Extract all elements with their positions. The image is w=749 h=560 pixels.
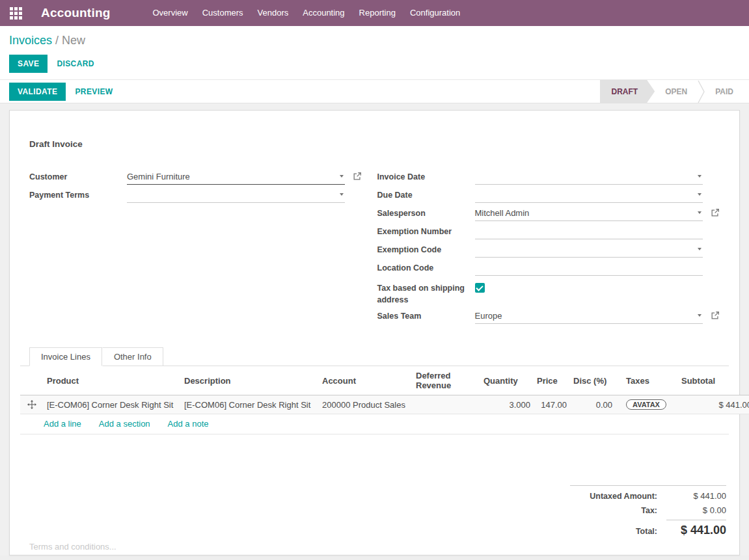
menu-accounting[interactable]: Accounting: [295, 0, 351, 26]
table-header-row: Product Description Account Deferred Rev…: [20, 366, 749, 395]
cell-description[interactable]: [E-COM06] Corner Desk Right Sit: [181, 395, 319, 414]
add-a-line-link[interactable]: Add a line: [44, 419, 81, 429]
col-quantity: Quantity: [480, 366, 534, 395]
chevron-down-icon[interactable]: [698, 211, 701, 214]
chevron-down-icon[interactable]: [698, 175, 701, 178]
validate-button[interactable]: VALIDATE: [9, 83, 66, 101]
col-deferred-revenue: Deferred Revenue: [413, 366, 480, 395]
col-price: Price: [534, 366, 570, 395]
breadcrumb-invoices-link[interactable]: Invoices: [9, 34, 52, 47]
page-content: Draft Invoice Customer Gemini Furniture …: [0, 103, 749, 555]
save-button[interactable]: SAVE: [9, 55, 48, 73]
untaxed-amount-value: $ 441.00: [666, 491, 726, 501]
terms-and-conditions-input[interactable]: Terms and conditions...: [20, 542, 729, 555]
invoice-form-sheet: Draft Invoice Customer Gemini Furniture …: [9, 110, 740, 555]
payment-terms-input[interactable]: [127, 187, 345, 203]
tax-shipping-checkbox[interactable]: [475, 283, 485, 293]
sales-team-open-record[interactable]: [703, 308, 720, 320]
external-link-icon: [711, 311, 720, 320]
field-payment-terms: Payment Terms: [29, 187, 362, 204]
drag-handle[interactable]: [20, 395, 44, 414]
col-disc: Disc (%): [570, 366, 616, 395]
due-date-label: Due Date: [377, 187, 475, 202]
col-account: Account: [319, 366, 413, 395]
customer-value: Gemini Furniture: [127, 172, 190, 181]
totals-block: Untaxed Amount: $ 441.00 Tax: $ 0.00 Tot…: [570, 485, 726, 542]
total-row: Total: $ 441.00: [570, 520, 726, 537]
menu-overview[interactable]: Overview: [146, 0, 195, 26]
chevron-down-icon[interactable]: [698, 193, 701, 196]
col-description: Description: [181, 366, 319, 395]
col-product: Product: [44, 366, 181, 395]
payment-terms-label: Payment Terms: [29, 187, 127, 202]
control-panel: Invoices / New SAVE DISCARD: [0, 26, 749, 79]
invoice-date-input[interactable]: [475, 168, 703, 185]
add-a-section-link[interactable]: Add a section: [99, 419, 150, 429]
invoice-line-row[interactable]: [E-COM06] Corner Desk Right Sit [E-COM06…: [20, 395, 749, 414]
chevron-down-icon[interactable]: [698, 314, 701, 317]
invoice-lines-table: Product Description Account Deferred Rev…: [20, 366, 749, 414]
tax-label: Tax:: [570, 506, 666, 515]
salesperson-label: Salesperson: [377, 205, 475, 220]
form-title: Draft Invoice: [29, 139, 729, 149]
untaxed-amount-label: Untaxed Amount:: [570, 492, 666, 501]
cell-price[interactable]: 147.00: [534, 395, 570, 414]
cell-deferred-revenue[interactable]: [413, 395, 480, 414]
tab-other-info[interactable]: Other Info: [102, 347, 163, 366]
location-code-input[interactable]: [475, 260, 703, 276]
apps-grid-icon[interactable]: [10, 7, 22, 20]
customer-open-record[interactable]: [345, 168, 362, 181]
menu-reporting[interactable]: Reporting: [352, 0, 403, 26]
status-pipeline: DRAFT OPEN PAID: [600, 80, 749, 103]
field-tax-shipping: Tax based on shipping address: [377, 280, 720, 306]
preview-button[interactable]: PREVIEW: [66, 83, 122, 101]
tab-invoice-lines[interactable]: Invoice Lines: [29, 347, 102, 366]
field-due-date: Due Date: [377, 187, 720, 204]
add-a-note-link[interactable]: Add a note: [168, 419, 209, 429]
chevron-down-icon[interactable]: [698, 248, 701, 250]
cell-taxes[interactable]: AVATAX: [616, 395, 678, 414]
cell-product[interactable]: [E-COM06] Corner Desk Right Sit: [44, 395, 181, 414]
untaxed-amount-row: Untaxed Amount: $ 441.00: [570, 491, 726, 501]
total-value: $ 441.00: [666, 520, 726, 537]
menu-vendors[interactable]: Vendors: [251, 0, 296, 26]
line-add-links: Add a line Add a section Add a note: [20, 414, 729, 434]
salesperson-input[interactable]: Mitchell Admin: [475, 205, 703, 221]
cell-account[interactable]: 200000 Product Sales: [319, 395, 413, 414]
menu-customers[interactable]: Customers: [195, 0, 251, 26]
status-step-paid[interactable]: PAID: [705, 80, 744, 103]
salesperson-open-record[interactable]: [703, 205, 720, 217]
menu-configuration[interactable]: Configuration: [403, 0, 467, 26]
total-label: Total:: [570, 527, 666, 536]
invoice-date-label: Invoice Date: [377, 168, 475, 183]
exemption-number-input[interactable]: [475, 223, 703, 239]
field-invoice-date: Invoice Date: [377, 168, 720, 186]
field-sales-team: Sales Team Europe: [377, 308, 720, 325]
field-salesperson: Salesperson Mitchell Admin: [377, 205, 720, 222]
chevron-down-icon[interactable]: [340, 175, 344, 178]
col-subtotal: Subtotal: [678, 366, 749, 395]
discard-button[interactable]: DISCARD: [48, 55, 103, 73]
location-code-label: Location Code: [377, 260, 475, 274]
sales-team-value: Europe: [475, 311, 502, 321]
status-step-draft[interactable]: DRAFT: [600, 80, 655, 103]
field-location-code: Location Code: [377, 260, 720, 277]
cell-disc[interactable]: 0.00: [570, 395, 616, 414]
breadcrumb-current: New: [62, 34, 85, 47]
statusbar: VALIDATE PREVIEW DRAFT OPEN PAID: [0, 79, 749, 103]
due-date-input[interactable]: [475, 187, 703, 203]
record-buttons: SAVE DISCARD: [9, 55, 740, 73]
col-taxes: Taxes: [616, 366, 678, 395]
sales-team-input[interactable]: Europe: [475, 308, 703, 324]
status-step-open[interactable]: OPEN: [655, 80, 698, 103]
main-menu: Overview Customers Vendors Accounting Re…: [146, 0, 468, 26]
notebook-tabs: Invoice Lines Other Info: [20, 347, 729, 366]
chevron-down-icon[interactable]: [340, 193, 344, 196]
field-exemption-number: Exemption Number: [377, 223, 720, 241]
exemption-code-input[interactable]: [475, 241, 703, 258]
cell-quantity[interactable]: 3.000: [480, 395, 534, 414]
chevron-separator-icon: [698, 80, 705, 103]
tax-badge[interactable]: AVATAX: [626, 399, 666, 410]
form-grid: Customer Gemini Furniture Payment Terms: [29, 168, 720, 326]
customer-input[interactable]: Gemini Furniture: [127, 168, 345, 185]
